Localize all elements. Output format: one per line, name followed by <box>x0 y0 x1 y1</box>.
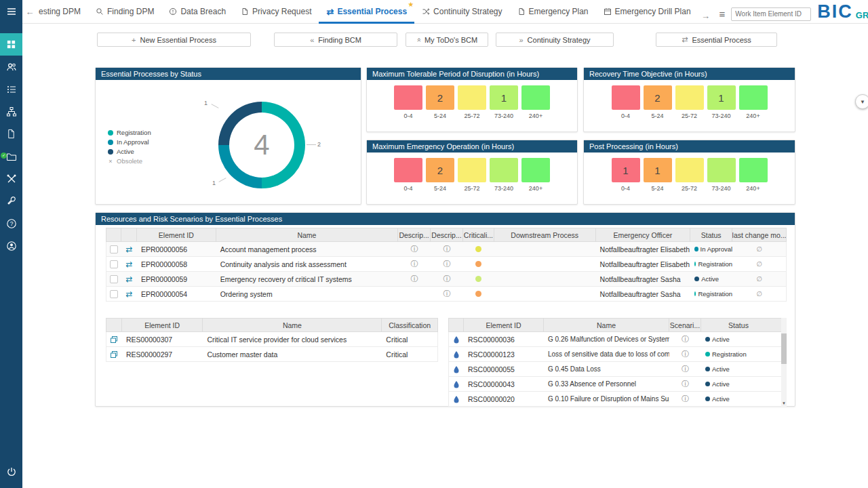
header-element-id[interactable]: Element ID <box>122 319 203 331</box>
tab-continuity-strategy[interactable]: Continuity Strategy <box>414 0 509 24</box>
header-scenario[interactable]: Scenari... <box>669 319 701 331</box>
scenario-info-icon[interactable]: ⓘ <box>669 347 701 361</box>
sidebar-item-document[interactable] <box>0 123 22 145</box>
header-select[interactable] <box>106 228 121 241</box>
row-checkbox[interactable] <box>110 290 118 298</box>
hour-box[interactable]: 1 <box>490 85 518 110</box>
hour-box[interactable]: 2 <box>426 158 454 182</box>
row-checkbox[interactable] <box>110 245 118 253</box>
resource-row[interactable]: RES00000307 Critical IT service provider… <box>106 332 438 347</box>
panel-expander-button[interactable]: ▼ <box>855 94 868 109</box>
sidebar-item-profile[interactable] <box>0 235 22 257</box>
sidebar-item-inbox[interactable]: ✓ <box>0 145 22 167</box>
header-icon[interactable] <box>106 319 122 331</box>
description-info-icon[interactable]: ⓘ <box>431 287 463 301</box>
description-info-icon[interactable]: ⓘ <box>398 242 431 256</box>
hour-box[interactable] <box>707 158 736 182</box>
work-item-element-id-input[interactable] <box>731 7 811 21</box>
new-essential-process-button[interactable]: + New Essential Process <box>97 33 251 47</box>
hour-box[interactable] <box>521 158 550 182</box>
tab-privacy-request[interactable]: Privacy Request <box>233 0 319 24</box>
hour-box[interactable] <box>458 158 486 182</box>
tab-finding-dpm[interactable]: Finding DPM <box>88 0 161 24</box>
description-info-icon[interactable]: ⓘ <box>431 257 463 271</box>
scenario-info-icon[interactable]: ⓘ <box>669 392 701 406</box>
hour-box[interactable] <box>675 158 704 182</box>
process-row[interactable]: ⇄ EPR00000059 Emergency recovery of crit… <box>106 272 787 287</box>
hour-box[interactable] <box>490 158 518 182</box>
header-last-change[interactable]: last change mo... <box>732 228 786 241</box>
tab-scroll-left-icon[interactable]: ← <box>22 7 37 17</box>
hour-box[interactable]: 2 <box>644 85 672 110</box>
header-element-id[interactable]: Element ID <box>137 228 216 241</box>
sidebar-item-worklist[interactable] <box>0 78 22 100</box>
hour-box[interactable]: 2 <box>426 85 454 110</box>
scroll-down-icon[interactable]: ▼ <box>781 400 787 407</box>
tab-emergency-plan[interactable]: Emergency Plan <box>510 0 596 24</box>
header-status[interactable]: Status <box>701 319 776 331</box>
header-criticality[interactable]: Criticali... <box>463 228 494 241</box>
header-officer[interactable]: Emergency Officer <box>596 228 691 241</box>
hour-box[interactable]: 1 <box>644 158 672 182</box>
hour-box[interactable]: 1 <box>707 85 736 110</box>
header-name[interactable]: Name <box>203 319 382 331</box>
header-element-id[interactable]: Element ID <box>464 319 544 331</box>
legend-item-obsolete[interactable]: × Obsolete <box>108 157 151 165</box>
risks-scrollbar[interactable]: ▼ <box>781 318 787 407</box>
risk-row[interactable]: RSC00000043 G 0.33 Absence of Personnel … <box>448 377 787 392</box>
hamburger-menu-icon[interactable] <box>0 0 22 22</box>
scrollbar-thumb[interactable] <box>781 333 787 364</box>
favorite-star-icon[interactable]: ★ <box>408 1 414 8</box>
header-classification[interactable]: Classification <box>382 319 437 331</box>
row-checkbox[interactable] <box>110 260 118 268</box>
sidebar-item-settings[interactable] <box>0 190 22 212</box>
hour-box[interactable] <box>521 85 550 110</box>
header-status[interactable]: Status <box>690 228 732 241</box>
hour-box[interactable]: 1 <box>612 158 640 182</box>
finding-bcm-button[interactable]: « Finding BCM <box>274 33 397 47</box>
header-description-1[interactable]: Descrip... <box>398 228 431 241</box>
header-icon[interactable] <box>121 228 137 241</box>
hour-box[interactable] <box>458 85 486 110</box>
risk-row[interactable]: RSC00000036 G 0.26 Malfunction of Device… <box>448 332 787 347</box>
row-checkbox[interactable] <box>110 275 118 283</box>
essential-process-button[interactable]: ⇄ Essential Process <box>656 33 777 47</box>
description-info-icon[interactable]: ⓘ <box>431 272 463 286</box>
header-icon[interactable] <box>449 319 464 331</box>
hour-box[interactable] <box>739 158 768 182</box>
header-description-2[interactable]: Descrip... <box>431 228 463 241</box>
risk-row[interactable]: RSC00000020 G 0.10 Failure or Disruption… <box>448 392 787 407</box>
description-info-icon[interactable]: ⓘ <box>431 242 463 256</box>
resource-row[interactable]: RES00000297 Customer master data Critica… <box>106 347 438 362</box>
my-todos-bcm-button[interactable]: » My ToDo's BCM <box>406 33 488 47</box>
continuity-strategy-button[interactable]: » Continuity Strategy <box>496 33 614 47</box>
description-info-icon[interactable]: ⓘ <box>398 257 431 271</box>
sidebar-item-dashboard[interactable] <box>0 33 22 56</box>
legend-item-in-approval[interactable]: In Approval <box>108 138 151 146</box>
tab-testing-dpm[interactable]: esting DPM <box>37 0 88 24</box>
description-info-icon[interactable] <box>398 287 431 301</box>
process-row[interactable]: ⇄ EPR00000058 Continuity analysis and ri… <box>106 257 787 272</box>
sidebar-item-help[interactable]: ? <box>0 212 22 235</box>
risk-row[interactable]: RSC00000123 Loss of sensitive data due t… <box>448 347 787 362</box>
tab-emergency-drill-plan[interactable]: Emergency Drill Plan <box>596 0 698 24</box>
legend-item-active[interactable]: Active <box>108 148 151 155</box>
scenario-info-icon[interactable]: ⓘ <box>669 332 701 346</box>
status-donut[interactable]: 4 <box>218 102 305 188</box>
sidebar-item-tools[interactable] <box>0 167 22 190</box>
header-name[interactable]: Name <box>216 228 398 241</box>
hour-box[interactable] <box>394 158 422 182</box>
process-row[interactable]: ⇄ EPR00000056 Account management process… <box>106 242 787 257</box>
sidebar-item-organization[interactable] <box>0 56 22 78</box>
process-row[interactable]: ⇄ EPR00000054 Ordering system ⓘ Notfallb… <box>106 287 787 302</box>
risk-row[interactable]: RSC00000055 G 0.45 Data Loss ⓘ Active <box>448 362 787 377</box>
hour-box[interactable] <box>394 85 422 110</box>
hour-box[interactable] <box>675 85 704 110</box>
tab-data-breach[interactable]: Data Breach <box>161 0 233 24</box>
tab-scroll-right-icon[interactable]: → <box>698 11 713 21</box>
legend-item-registration[interactable]: Registration <box>108 129 151 136</box>
header-name[interactable]: Name <box>544 319 669 331</box>
sidebar-item-hierarchy[interactable] <box>0 100 22 123</box>
logout-button[interactable] <box>0 460 22 483</box>
scenario-info-icon[interactable]: ⓘ <box>669 362 701 376</box>
